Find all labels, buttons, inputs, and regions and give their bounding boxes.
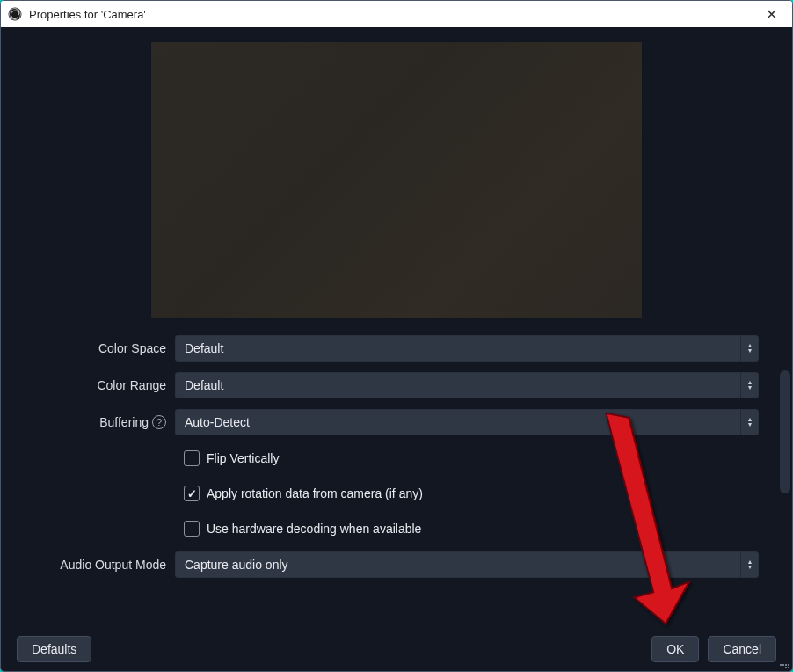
- preview-area: [17, 41, 776, 319]
- checkbox-label: Flip Vertically: [207, 451, 279, 465]
- cancel-button[interactable]: Cancel: [708, 636, 776, 662]
- row-color-space: Color Space Default ▴▾: [17, 335, 759, 362]
- row-color-range: Color Range Default ▴▾: [17, 372, 759, 398]
- row-buffering: Buffering ? Auto-Detect ▴▾: [17, 409, 759, 435]
- label-color-space: Color Space: [17, 341, 166, 355]
- row-audio-output: Audio Output Mode Capture audio only ▴▾: [17, 551, 759, 578]
- select-audio-output[interactable]: Capture audio only ▴▾: [175, 551, 759, 578]
- checkbox-label: Apply rotation data from camera (if any): [207, 486, 423, 500]
- window-title: Properties for 'Camera': [29, 8, 757, 21]
- titlebar: Properties for 'Camera' ✕: [1, 1, 792, 27]
- checkbox-label: Use hardware decoding when available: [207, 522, 421, 536]
- spinner-icon: ▴▾: [740, 552, 758, 577]
- checkbox-icon: [184, 486, 200, 501]
- close-button[interactable]: ✕: [757, 4, 785, 24]
- checkbox-apply-rotation[interactable]: Apply rotation data from camera (if any): [17, 481, 759, 506]
- select-buffering[interactable]: Auto-Detect ▴▾: [175, 409, 759, 435]
- label-color-range: Color Range: [17, 378, 166, 392]
- resize-grip[interactable]: [778, 657, 790, 669]
- select-buffering-value: Auto-Detect: [176, 415, 740, 429]
- label-buffering-text: Buffering: [99, 415, 149, 429]
- checkbox-flip-vertically[interactable]: Flip Vertically: [17, 446, 759, 471]
- defaults-button[interactable]: Defaults: [17, 636, 91, 662]
- select-color-range[interactable]: Default ▴▾: [175, 372, 759, 398]
- obs-app-icon: [8, 7, 22, 21]
- spinner-icon: ▴▾: [740, 410, 758, 435]
- spinner-icon: ▴▾: [740, 373, 758, 398]
- ok-button[interactable]: OK: [651, 636, 699, 662]
- select-color-space[interactable]: Default ▴▾: [175, 335, 759, 362]
- select-audio-output-value: Capture audio only: [176, 558, 740, 572]
- dialog-body: Color Space Default ▴▾ Color Range Defau…: [1, 27, 792, 671]
- label-audio-output: Audio Output Mode: [17, 558, 166, 572]
- checkbox-hw-decode[interactable]: Use hardware decoding when available: [17, 516, 759, 541]
- spinner-icon: ▴▾: [740, 336, 758, 361]
- select-color-range-value: Default: [176, 378, 740, 392]
- checkbox-icon: [184, 521, 200, 537]
- label-buffering: Buffering ?: [17, 415, 166, 429]
- select-color-space-value: Default: [176, 341, 740, 355]
- button-bar: Defaults OK Cancel: [17, 622, 776, 662]
- properties-dialog: Properties for 'Camera' ✕ Color Space De…: [0, 0, 793, 672]
- help-icon[interactable]: ?: [152, 415, 166, 429]
- camera-preview: [150, 41, 643, 319]
- checkbox-icon: [184, 450, 200, 466]
- vertical-scrollbar[interactable]: [780, 370, 790, 493]
- form: Color Space Default ▴▾ Color Range Defau…: [17, 335, 776, 578]
